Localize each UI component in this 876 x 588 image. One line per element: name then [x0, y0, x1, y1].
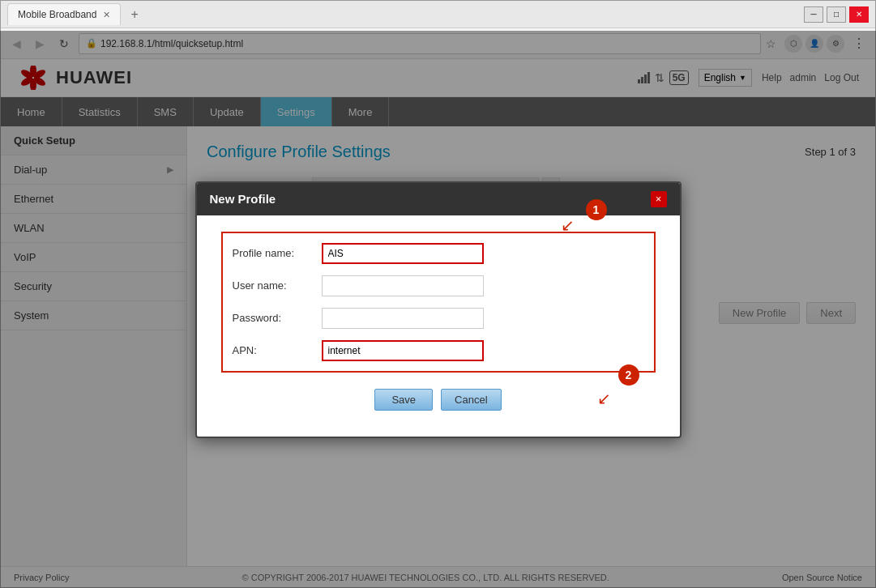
annotation-circle-1: 1: [586, 199, 607, 220]
window-controls: ─ □ ✕: [804, 6, 869, 23]
modal-profile-name-input[interactable]: [322, 243, 484, 264]
annotation-1: 1: [586, 199, 607, 220]
new-tab-btn[interactable]: +: [124, 4, 144, 25]
modal-user-name-label: User name:: [233, 279, 322, 292]
modal-profile-name-label: Profile name:: [233, 247, 322, 259]
browser-tab[interactable]: Mobile Broadband ✕: [7, 3, 121, 25]
modal-profile-name-row: Profile name:: [233, 243, 644, 264]
annotation-circle-2: 2: [618, 364, 639, 386]
modal-password-label: Password:: [233, 312, 322, 324]
tab-title: Mobile Broadband: [18, 9, 96, 20]
maximize-btn[interactable]: □: [827, 6, 846, 23]
modal-apn-label: APN:: [233, 344, 322, 356]
modal-title: New Profile: [210, 192, 276, 206]
modal-form-container: 1 ↙ Profile name: User name: Password:: [221, 232, 656, 373]
save-btn[interactable]: Save: [374, 389, 433, 411]
title-bar: Mobile Broadband ✕ + ─ □ ✕: [1, 1, 875, 28]
modal-apn-row: APN:: [233, 340, 644, 361]
modal-footer: Save Cancel: [221, 381, 656, 424]
modal-user-name-input[interactable]: [322, 275, 484, 296]
modal-password-input[interactable]: [322, 308, 484, 329]
modal-user-name-row: User name:: [233, 275, 644, 296]
cancel-btn[interactable]: Cancel: [441, 389, 501, 411]
modal-close-btn[interactable]: ×: [651, 191, 667, 207]
new-profile-modal: New Profile × 1 ↙ Profile name: User nam…: [195, 181, 682, 438]
modal-header: New Profile ×: [197, 183, 680, 215]
modal-password-row: Password:: [233, 308, 644, 329]
modal-overlay[interactable]: New Profile × 1 ↙ Profile name: User nam…: [0, 31, 876, 588]
modal-form-border: Profile name: User name: Password: APN:: [221, 232, 656, 373]
annotation-circle-2-inner: 2: [618, 364, 639, 386]
tab-close-btn[interactable]: ✕: [103, 10, 110, 20]
annotation-arrow-1: ↙: [561, 215, 575, 235]
modal-apn-input[interactable]: [322, 340, 484, 361]
close-btn[interactable]: ✕: [849, 6, 869, 23]
modal-body: 1 ↙ Profile name: User name: Password:: [197, 215, 680, 437]
annotation-arrow-2: ↙: [597, 389, 611, 408]
minimize-btn[interactable]: ─: [804, 6, 823, 23]
